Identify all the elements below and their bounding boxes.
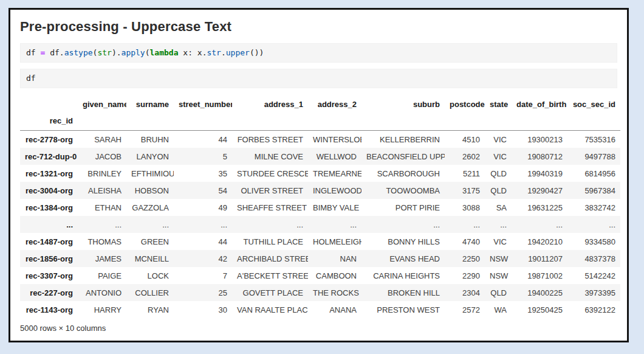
code-cell-df[interactable]: df: [20, 69, 617, 88]
table-cell: 19080712: [512, 148, 567, 165]
table-cell: LOCK: [126, 267, 174, 284]
table-cell: INGLEWOOD: [308, 182, 361, 199]
table-cell: 2250: [445, 250, 485, 267]
code-token: ).: [112, 48, 122, 57]
row-index: rec-3307-org: [20, 267, 78, 284]
table-cell: 5967384: [567, 182, 620, 199]
index-name-row: rec_id: [20, 114, 620, 131]
table-cell: 5211: [445, 165, 485, 182]
table-cell: QLD: [485, 182, 512, 199]
table-cell: 2304: [445, 284, 485, 301]
table-cell: 19011207: [512, 250, 567, 267]
table-cell: 6392122: [567, 301, 620, 318]
column-header: soc_sec_id: [567, 94, 620, 114]
table-cell: 3175: [445, 182, 485, 199]
code-token: x: x.: [179, 48, 207, 57]
table-cell: FORBES STREET: [232, 131, 308, 148]
row-index: rec-3004-org: [20, 182, 78, 199]
table-cell: BONNY HILLS: [361, 233, 445, 250]
table-cell: ...: [445, 216, 485, 233]
column-header: date_of_birth: [512, 94, 567, 114]
table-cell: 2290: [445, 267, 485, 284]
table-cell: 3832742: [567, 199, 620, 216]
table-cell: SHEAFFE STREET: [232, 199, 308, 216]
table-cell: SARAH: [78, 131, 126, 148]
table-cell: ARCHIBALD STREET: [232, 250, 308, 267]
table-row: rec-1384-orgETHANGAZZOLA49SHEAFFE STREET…: [20, 199, 620, 216]
table-cell: 44: [174, 233, 232, 250]
table-row: rec-3004-orgALEISHAHOBSON54OLIVER STREET…: [20, 182, 620, 199]
code-token: str: [97, 48, 111, 57]
index-row-blank: [567, 114, 620, 131]
table-cell: WELLWOD: [308, 148, 361, 165]
column-header: given_name: [78, 94, 126, 114]
row-index: rec-1143-org: [20, 301, 78, 318]
table-row: rec-2778-orgSARAHBRUHN44FORBES STREETWIN…: [20, 131, 620, 148]
table-cell: SA: [485, 199, 512, 216]
table-row: rec-712-dup-0JACOBLANYON5MILNE COVEWELLW…: [20, 148, 620, 165]
table-cell: ...: [361, 216, 445, 233]
table-cell: ...: [567, 216, 620, 233]
page-title: Pre-processing - Uppercase Text: [20, 19, 617, 35]
table-cell: VIC: [485, 233, 512, 250]
column-header: postcode: [445, 94, 485, 114]
code-token: astype: [64, 48, 93, 57]
column-header: address_1: [232, 94, 308, 114]
row-index: rec-1856-org: [20, 250, 78, 267]
index-row-blank: [512, 114, 567, 131]
index-row-blank: [361, 114, 445, 131]
row-index: rec-1321-org: [20, 165, 78, 182]
table-cell: 35: [174, 165, 232, 182]
index-name: rec_id: [20, 114, 78, 131]
index-row-blank: [308, 114, 361, 131]
table-cell: 19631225: [512, 199, 567, 216]
table-cell: 9497788: [567, 148, 620, 165]
table-cell: 4837378: [567, 250, 620, 267]
table-row: rec-1143-orgHARRYRYAN30VAN RAALTE PLACEA…: [20, 301, 620, 318]
table-cell: A'BECKETT STREET: [232, 267, 308, 284]
column-header: surname: [126, 94, 174, 114]
table-row: rec-1856-orgJAMESMCNEILL42ARCHIBALD STRE…: [20, 250, 620, 267]
table-row: rec-3307-orgPAIGELOCK7A'BECKETT STREETCA…: [20, 267, 620, 284]
column-header: suburb: [361, 94, 445, 114]
table-cell: 4740: [445, 233, 485, 250]
code-token: ()): [250, 48, 264, 57]
table-cell: WINTERSLOE: [308, 131, 361, 148]
table-cell: NSW: [485, 267, 512, 284]
table-cell: TUTHILL PLACE: [232, 233, 308, 250]
column-header: state: [485, 94, 512, 114]
table-cell: GAZZOLA: [126, 199, 174, 216]
table-row: rec-1487-orgTHOMASGREEN44TUTHILL PLACEHO…: [20, 233, 620, 250]
table-cell: CAMBOON: [308, 267, 361, 284]
row-index: rec-1487-org: [20, 233, 78, 250]
table-cell: 2602: [445, 148, 485, 165]
dataframe-body: rec-2778-orgSARAHBRUHN44FORBES STREETWIN…: [20, 131, 620, 319]
notebook-panel: Pre-processing - Uppercase Text df = df.…: [9, 8, 629, 342]
table-cell: QLD: [485, 284, 512, 301]
table-cell: 49: [174, 199, 232, 216]
table-cell: NSW: [485, 250, 512, 267]
table-cell: 6814956: [567, 165, 620, 182]
table-cell: 42: [174, 250, 232, 267]
table-cell: PRESTON WEST: [361, 301, 445, 318]
table-cell: 44: [174, 131, 232, 148]
code-token: df: [26, 74, 36, 83]
table-cell: OLIVER STREET: [232, 182, 308, 199]
code-cell-uppercase[interactable]: df = df.astype(str).apply(lambda x: x.st…: [20, 43, 617, 63]
row-index: rec-1384-org: [20, 199, 78, 216]
index-row-blank: [232, 114, 308, 131]
table-cell: 19400225: [512, 284, 567, 301]
table-cell: SCARBOROUGH: [361, 165, 445, 182]
table-cell: 4510: [445, 131, 485, 148]
table-cell: JAMES: [78, 250, 126, 267]
table-cell: 19871002: [512, 267, 567, 284]
index-header-blank: [20, 94, 78, 114]
column-header: address_2: [308, 94, 361, 114]
table-cell: 7: [174, 267, 232, 284]
dataframe-table: given_namesurnamestreet_numberaddress_1a…: [20, 94, 620, 318]
table-cell: GREEN: [126, 233, 174, 250]
table-cell: CARINA HEIGHTS: [361, 267, 445, 284]
table-cell: BROKEN HILL: [361, 284, 445, 301]
table-row: rec-1321-orgBRINLEYEFTHIMIOU35STURDEE CR…: [20, 165, 620, 182]
table-cell: VIC: [485, 131, 512, 148]
